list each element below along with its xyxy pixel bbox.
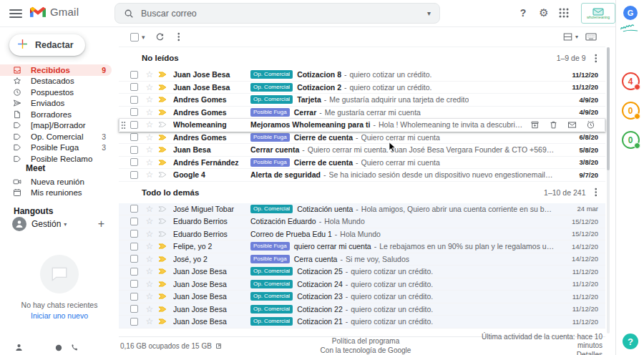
importance-marker-icon[interactable] <box>158 110 168 115</box>
importance-marker-icon[interactable] <box>158 160 168 165</box>
input-tools-icon[interactable] <box>585 33 597 41</box>
importance-marker-icon[interactable] <box>158 256 168 262</box>
email-row[interactable]: ☆Felipe, yo 2Posible Fugaquiero cerrar m… <box>119 240 605 253</box>
email-row[interactable]: ☆Juan Jose BesaOp. ComercialCotizacion 2… <box>119 291 605 303</box>
star-icon[interactable]: ☆ <box>145 170 155 179</box>
program-policy-link[interactable]: Política del programa <box>276 337 455 346</box>
sidebar-item-nueva-reunion[interactable]: Nueva reunión <box>0 176 112 188</box>
star-icon[interactable]: ☆ <box>145 70 155 79</box>
apps-grid-icon[interactable] <box>559 8 569 18</box>
email-checkbox[interactable] <box>130 96 138 104</box>
email-checkbox[interactable] <box>130 268 138 276</box>
section-more-icon[interactable] <box>595 54 597 63</box>
scrollbar-thumb[interactable] <box>607 47 610 170</box>
sidebar-item-recibidos[interactable]: Recibidos9 <box>0 64 112 76</box>
snooze-icon[interactable] <box>586 120 595 130</box>
select-all-checkbox[interactable] <box>130 33 139 42</box>
importance-marker-icon[interactable] <box>158 122 168 127</box>
star-icon[interactable]: ☆ <box>145 317 155 326</box>
email-checkbox[interactable] <box>130 108 138 116</box>
importance-marker-icon[interactable] <box>158 268 168 274</box>
sidebar-item-pospuestos[interactable]: Pospuestos <box>0 87 112 98</box>
star-icon[interactable]: ☆ <box>145 255 155 263</box>
refresh-icon[interactable] <box>155 32 165 42</box>
search-input[interactable] <box>141 9 420 19</box>
label-chip[interactable]: Posible Fuga <box>250 108 290 117</box>
star-icon[interactable]: ☆ <box>145 242 155 251</box>
sidebar-item-op-comercial[interactable]: Op. Comercial3 <box>0 131 112 142</box>
star-icon[interactable]: ☆ <box>145 95 155 104</box>
wholemeaning-logo[interactable]: wholemeaning <box>581 3 615 24</box>
star-icon[interactable]: ☆ <box>145 158 155 167</box>
importance-marker-icon[interactable] <box>158 318 168 324</box>
importance-marker-icon[interactable] <box>158 231 168 237</box>
person-icon[interactable] <box>14 343 24 352</box>
phone-icon[interactable] <box>70 344 79 352</box>
email-checkbox[interactable] <box>130 133 138 141</box>
email-checkbox[interactable] <box>130 71 138 79</box>
importance-marker-icon[interactable] <box>158 206 168 212</box>
star-icon[interactable]: ☆ <box>145 292 155 301</box>
label-chip[interactable]: Op. Comercial <box>250 267 293 276</box>
label-chip[interactable]: Op. Comercial <box>250 83 293 92</box>
new-chat-plus-icon[interactable]: + <box>98 218 104 230</box>
label-chip[interactable]: Op. Comercial <box>250 205 293 213</box>
importance-marker-icon[interactable] <box>158 281 168 287</box>
star-icon[interactable]: ☆ <box>145 205 155 213</box>
archive-icon[interactable] <box>530 120 540 130</box>
email-row[interactable]: ☆Andres GomesPosible FugaCerrar-Me gusta… <box>119 107 605 120</box>
email-row[interactable]: ☆Andres GomesOp. ComercialTarjeta-Me gus… <box>119 94 605 107</box>
importance-marker-icon[interactable] <box>158 172 168 178</box>
more-options-icon[interactable] <box>177 32 180 42</box>
importance-marker-icon[interactable] <box>158 72 168 77</box>
email-checkbox[interactable] <box>130 83 138 91</box>
email-checkbox[interactable] <box>130 255 138 263</box>
importance-marker-icon[interactable] <box>158 293 168 299</box>
compose-button[interactable]: Redactar <box>9 34 85 56</box>
importance-marker-icon[interactable] <box>158 97 168 102</box>
star-icon[interactable]: ☆ <box>145 230 155 238</box>
sidebar-item-map-borrador[interactable]: [map]/Borrador <box>0 120 112 132</box>
email-row[interactable]: ☆Juan Jose BesaOp. ComercialCotizacion 2… <box>119 316 605 329</box>
label-chip[interactable]: Op. Comercial <box>250 292 293 301</box>
gmail-logo[interactable]: Gmail <box>30 6 79 18</box>
mark-read-icon[interactable] <box>567 120 577 130</box>
details-link[interactable]: Detalles <box>455 351 602 355</box>
email-row[interactable]: ☆Juan Jose BesaOp. ComercialCotizacion 2… <box>119 266 605 278</box>
star-icon[interactable]: ☆ <box>145 83 155 92</box>
search-bar[interactable]: ▾ <box>114 3 440 24</box>
storage-expand-icon[interactable] <box>215 343 222 349</box>
sidebar-item-posible-reclamo[interactable]: Posible Reclamo <box>0 153 112 165</box>
label-chip[interactable]: Posible Fuga <box>250 158 290 167</box>
email-row[interactable]: ☆Juan Jose BesaOp. ComercialCotizacion 2… <box>119 303 605 316</box>
email-checkbox[interactable] <box>130 305 138 313</box>
globe-icon[interactable] <box>54 344 63 352</box>
extension-badge[interactable]: 4 <box>622 72 640 90</box>
label-chip[interactable]: Posible Fuga <box>250 242 290 251</box>
email-checkbox[interactable] <box>130 121 138 129</box>
delete-icon[interactable] <box>549 120 558 130</box>
star-icon[interactable]: ☆ <box>145 267 155 276</box>
scrollbar[interactable] <box>607 47 610 334</box>
account-avatar[interactable]: G <box>623 6 638 20</box>
importance-marker-icon[interactable] <box>158 135 168 140</box>
importance-marker-icon[interactable] <box>158 218 168 224</box>
email-row[interactable]: ☆Andres GomesPosible FugaCierre de cuent… <box>119 132 605 145</box>
email-row[interactable]: ☆José, yo 2Posible FugaCerra cuenta-Si m… <box>119 253 605 266</box>
label-chip[interactable]: Posible Fuga <box>250 133 290 142</box>
email-checkbox[interactable] <box>130 171 138 179</box>
sidebar-item-borradores[interactable]: Borradores <box>0 109 112 120</box>
importance-marker-icon[interactable] <box>158 243 168 249</box>
settings-gear-icon[interactable]: ⚙ <box>537 6 550 19</box>
email-checkbox[interactable] <box>130 318 138 326</box>
email-row[interactable]: ☆Eduardo BerriosCorreo de Prueba Edu 1-H… <box>119 228 605 241</box>
importance-marker-icon[interactable] <box>158 306 168 312</box>
email-checkbox[interactable] <box>130 243 138 251</box>
sidebar-item-mis-reuniones[interactable]: Mis reuniones <box>0 188 112 199</box>
email-checkbox[interactable] <box>130 158 138 166</box>
email-checkbox[interactable] <box>130 230 138 238</box>
star-icon[interactable]: ☆ <box>145 305 155 313</box>
sidebar-item-posible-fuga[interactable]: Posible Fuga3 <box>0 142 112 154</box>
email-row[interactable]: ☆WholemeaningMejoramos Wholemeaning para… <box>119 119 605 132</box>
email-row[interactable]: ☆Eduardo BerriosCotización Eduardo-Hola … <box>119 215 605 228</box>
